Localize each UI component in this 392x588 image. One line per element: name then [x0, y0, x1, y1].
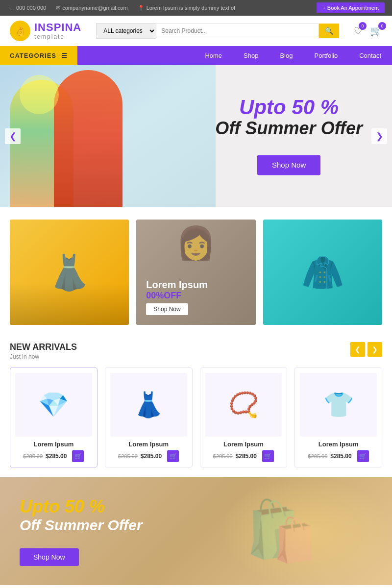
product-image-0: 💎 — [15, 373, 92, 437]
brand-sub: template — [34, 34, 81, 40]
slider-next-button[interactable]: ❯ — [371, 128, 387, 144]
product-card-2[interactable]: 📿 Lorem Ipsum $285.00 $285.00 🛒 — [200, 368, 288, 467]
promo-card-3[interactable]: 🧥 — [263, 220, 382, 325]
hero-content: Upto 50 % Off Summer Offer Shop Now — [215, 97, 363, 175]
header-icons: ♡ 0 🛒 0 — [354, 25, 382, 37]
email-icon: ✉ — [56, 5, 60, 11]
product-prices-3: $285.00 $285.00 🛒 — [300, 450, 377, 462]
hero-image-area — [0, 65, 216, 207]
bottom-banner-content: Upto 50 % Off Summer Offer Shop Now — [20, 496, 143, 566]
product-card-0[interactable]: 💎 Lorem Ipsum $285.00 $285.00 🛒 — [10, 368, 98, 467]
product-nav-arrows: ❮ ❯ — [350, 342, 382, 357]
category-select[interactable]: ALL categories — [96, 23, 156, 39]
price-old-2: $285.00 — [213, 453, 233, 459]
product-name-1: Lorem Ipsum — [110, 441, 187, 448]
price-old-0: $285.00 — [23, 453, 43, 459]
wishlist-badge: 0 — [359, 22, 367, 30]
product-name-0: Lorem Ipsum — [15, 441, 92, 448]
search-input[interactable] — [156, 24, 319, 38]
price-new-3: $285.00 — [330, 453, 351, 460]
slider-prev-button[interactable]: ❮ — [5, 128, 21, 144]
promo-2-title: Lorem Ipsum — [146, 279, 208, 291]
banner-glow — [220, 477, 392, 585]
add-to-cart-2[interactable]: 🛒 — [262, 450, 274, 462]
price-new-0: $285.00 — [46, 453, 67, 460]
section-header: NEW ARRIVALS Just in now ❮ ❯ — [0, 337, 392, 363]
price-old-1: $285.00 — [118, 453, 138, 459]
logo-icon: 👌 — [10, 21, 30, 41]
product-card-3[interactable]: 👕 Lorem Ipsum $285.00 $285.00 🛒 — [294, 368, 382, 467]
wishlist-button[interactable]: ♡ 0 — [354, 25, 363, 37]
search-button[interactable]: 🔍 — [319, 24, 339, 38]
product-name-3: Lorem Ipsum — [300, 441, 377, 448]
phone-icon: 📞 — [7, 5, 14, 11]
product-prices-2: $285.00 $285.00 🛒 — [205, 450, 282, 462]
logo-text: INSPINA template — [34, 22, 81, 40]
product-prices-1: $285.00 $285.00 🛒 — [110, 450, 187, 462]
product-card-1[interactable]: 👗 Lorem Ipsum $285.00 $285.00 🛒 — [105, 368, 193, 467]
price-new-2: $285.00 — [236, 453, 257, 460]
nav-home[interactable]: Home — [194, 46, 233, 65]
products-grid: 💎 Lorem Ipsum $285.00 $285.00 🛒 👗 Lorem … — [0, 363, 392, 477]
brand-name: INSPINA — [34, 22, 81, 33]
sunglasses-detail — [20, 75, 59, 114]
add-to-cart-1[interactable]: 🛒 — [167, 450, 179, 462]
promo-2-btn[interactable]: Shop Now — [146, 303, 188, 315]
promo-1-overlay — [10, 283, 129, 325]
book-appointment-button[interactable]: + Book An Appointment — [317, 2, 385, 13]
bottom-banner-title: Upto 50 % — [20, 496, 143, 517]
top-bar: 📞 000 000 000 ✉ companyname@gmail.com 📍 … — [0, 0, 392, 16]
product-image-1: 👗 — [110, 373, 187, 437]
add-to-cart-0[interactable]: 🛒 — [72, 450, 84, 462]
menu-icon: ☰ — [61, 52, 68, 59]
hero-title-top: Upto 50 % — [215, 97, 363, 118]
promo-card-2[interactable]: 👩 Lorem Ipsum 00%OFF Shop Now — [136, 220, 255, 325]
location-icon: 📍 — [138, 5, 145, 11]
nav-links: Home Shop Blog Portfolio Contact — [77, 46, 392, 65]
nav-shop[interactable]: Shop — [233, 46, 269, 65]
search-icon: 🔍 — [325, 27, 333, 35]
nav-contact[interactable]: Contact — [348, 46, 392, 65]
product-image-3: 👕 — [300, 373, 377, 437]
header: 👌 INSPINA template ALL categories 🔍 ♡ 0 … — [0, 16, 392, 46]
new-arrivals-section: NEW ARRIVALS Just in now ❮ ❯ 💎 Lorem Ips… — [0, 337, 392, 477]
main-nav: CATEGORIES ☰ Home Shop Blog Portfolio Co… — [0, 46, 392, 65]
phone-info: 📞 000 000 000 — [7, 5, 46, 11]
nav-blog[interactable]: Blog — [269, 46, 303, 65]
price-old-3: $285.00 — [308, 453, 328, 459]
bottom-banner-shop-button[interactable]: Shop Now — [20, 548, 79, 566]
categories-button[interactable]: CATEGORIES ☰ — [0, 46, 77, 65]
categories-label: CATEGORIES — [10, 52, 56, 59]
promo-section: 👗 👩 Lorem Ipsum 00%OFF Shop Now 🧥 — [0, 207, 392, 337]
bottom-banner: Upto 50 % Off Summer Offer Shop Now 🛍️ — [0, 477, 392, 585]
hero-title-bottom: Off Summer Offer — [215, 118, 363, 139]
promo-card-1[interactable]: 👗 — [10, 220, 129, 325]
product-prices-0: $285.00 $285.00 🛒 — [15, 450, 92, 462]
products-next-button[interactable]: ❯ — [368, 342, 382, 357]
product-name-2: Lorem Ipsum — [205, 441, 282, 448]
woman-figure-2 — [54, 70, 122, 207]
cart-button[interactable]: 🛒 0 — [370, 25, 382, 37]
promo-2-overlay: Lorem Ipsum 00%OFF Shop Now — [146, 279, 208, 315]
location-info: 📍 Lorem Ipsum is simply dummy text of — [138, 5, 236, 11]
nav-portfolio[interactable]: Portfolio — [303, 46, 348, 65]
hero-slider: ❮ Upto 50 % Off Summer Offer Shop Now ❯ — [0, 65, 392, 207]
bottom-banner-subtitle: Off Summer Offer — [20, 517, 143, 534]
logo: 👌 INSPINA template — [10, 21, 81, 41]
section-title-group: NEW ARRIVALS Just in now — [10, 342, 77, 360]
hero-shop-button[interactable]: Shop Now — [257, 155, 320, 175]
promo-3-figure: 🧥 — [263, 220, 382, 325]
products-prev-button[interactable]: ❮ — [350, 342, 365, 357]
price-new-1: $285.00 — [141, 453, 162, 460]
section-subtitle: Just in now — [10, 353, 77, 360]
product-image-2: 📿 — [205, 373, 282, 437]
email-info: ✉ companyname@gmail.com — [56, 5, 127, 11]
promo-2-discount: 00%OFF — [146, 291, 208, 301]
search-container: ALL categories 🔍 — [96, 23, 339, 39]
add-to-cart-3[interactable]: 🛒 — [357, 450, 369, 462]
cart-badge: 0 — [378, 22, 386, 30]
section-title: NEW ARRIVALS — [10, 342, 77, 352]
